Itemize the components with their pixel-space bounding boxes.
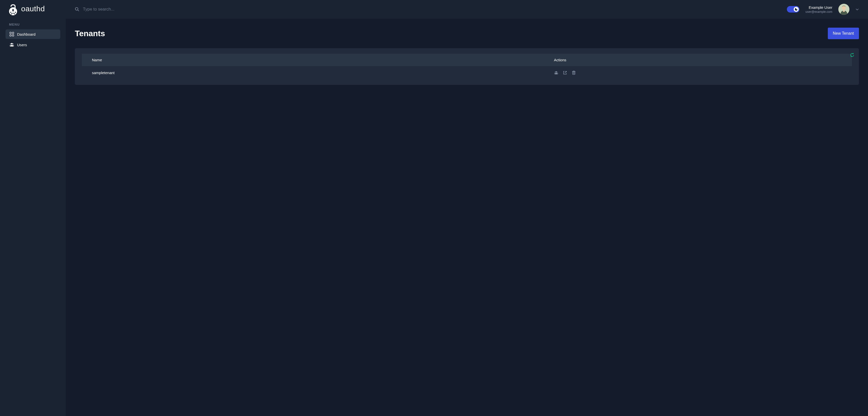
dashboard-icon	[9, 32, 14, 36]
menu-label: MENU	[0, 19, 66, 29]
table-row: sampletenant	[82, 66, 852, 79]
sidebar-item-label: Dashboard	[17, 32, 35, 36]
tenant-actions-cell	[544, 66, 852, 79]
new-tenant-button[interactable]: New Tenant	[828, 28, 859, 39]
external-link-icon[interactable]	[563, 70, 567, 75]
sidebar: oauthd MENU Dashboard	[0, 0, 66, 416]
svg-rect-11	[12, 35, 14, 36]
svg-point-14	[12, 43, 13, 44]
svg-point-21	[557, 71, 558, 72]
users-icon[interactable]	[554, 70, 558, 75]
users-icon	[9, 42, 14, 47]
logo-icon	[8, 2, 18, 16]
search-icon	[75, 7, 80, 11]
tenant-name-cell: sampletenant	[82, 66, 544, 79]
svg-point-18	[842, 6, 846, 10]
svg-point-20	[555, 71, 555, 72]
content: Tenants New Tenant Name	[66, 19, 868, 416]
svg-point-4	[15, 12, 16, 13]
svg-line-22	[565, 71, 566, 73]
sidebar-item-users[interactable]: Users	[5, 40, 60, 50]
svg-rect-8	[10, 32, 11, 34]
svg-point-2	[12, 13, 13, 14]
table-card: Name Actions sampletenant	[75, 48, 859, 85]
user-info: Example User user@example.com	[805, 5, 832, 13]
avatar[interactable]	[838, 4, 849, 15]
tenants-table: Name Actions sampletenant	[82, 54, 852, 79]
chevron-down-icon[interactable]	[856, 7, 859, 11]
search-wrapper	[75, 7, 782, 12]
svg-point-13	[10, 43, 11, 44]
svg-point-15	[75, 7, 78, 10]
header: Example User user@example.com	[66, 0, 868, 19]
svg-rect-9	[12, 32, 14, 34]
sidebar-item-label: Users	[17, 43, 27, 47]
search-input[interactable]	[83, 7, 782, 12]
theme-toggle[interactable]	[787, 6, 800, 12]
svg-line-16	[78, 10, 79, 11]
brand-name: oauthd	[21, 4, 45, 13]
svg-point-3	[10, 12, 11, 13]
column-header-actions: Actions	[544, 54, 852, 66]
logo-area: oauthd	[0, 0, 66, 19]
svg-rect-10	[10, 35, 11, 36]
refresh-icon[interactable]	[850, 53, 855, 57]
page-title: Tenants	[75, 29, 105, 38]
svg-point-19	[555, 71, 557, 72]
svg-point-12	[11, 43, 12, 44]
sidebar-item-dashboard[interactable]: Dashboard	[5, 29, 60, 39]
user-email: user@example.com	[805, 10, 832, 13]
column-header-name: Name	[82, 54, 544, 66]
svg-point-1	[12, 9, 14, 11]
user-name: Example User	[809, 5, 832, 9]
svg-point-6	[14, 13, 15, 14]
trash-icon[interactable]	[571, 70, 576, 75]
page-header: Tenants New Tenant	[75, 28, 859, 39]
moon-icon	[794, 7, 799, 12]
svg-point-5	[11, 13, 12, 14]
